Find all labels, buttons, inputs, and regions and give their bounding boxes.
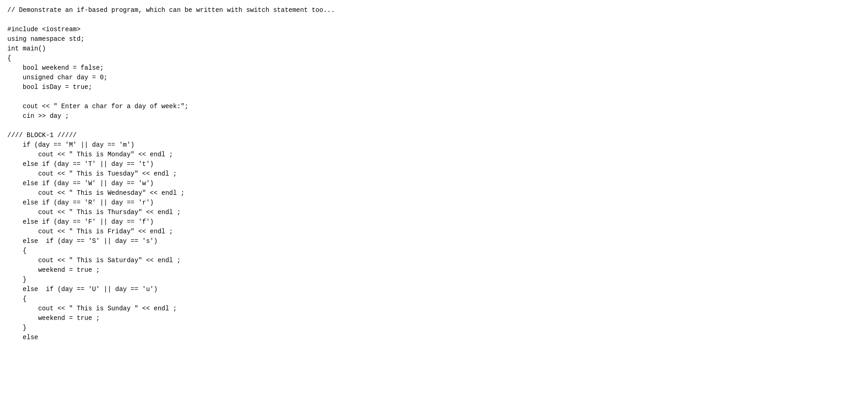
- code-content: // Demonstrate an if-based program, whic…: [7, 6, 861, 342]
- code-editor: // Demonstrate an if-based program, whic…: [7, 6, 861, 342]
